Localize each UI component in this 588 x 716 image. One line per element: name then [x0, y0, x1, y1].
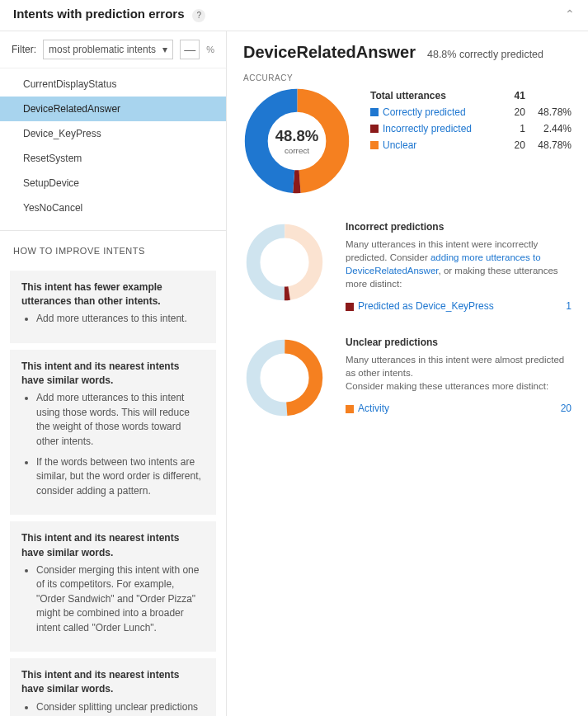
legend-label[interactable]: Incorrectly predicted [383, 123, 472, 134]
prediction-label[interactable]: Predicted as Device_KeyPress [358, 300, 549, 312]
intent-subtitle: 48.8% correctly predicted [427, 49, 543, 60]
panel-header: Intents with prediction errors ? ⌃ [0, 0, 588, 31]
legend-swatch [370, 125, 379, 133]
suggestion-card: This intent has fewer example utterances… [10, 271, 216, 343]
filter-dropdown-value: most problematic intents [49, 44, 156, 55]
legend-pct: 2.44% [525, 120, 572, 137]
chevron-down-icon: ▾ [162, 44, 167, 55]
incorrect-title: Incorrect predictions [346, 221, 572, 233]
accuracy-donut: 48.8% correct [243, 87, 350, 195]
suggestion-card: This intent and its nearest intents have… [10, 658, 216, 716]
collapse-icon[interactable]: ⌃ [565, 7, 575, 21]
prediction-row: Predicted as Device_KeyPress1 [346, 299, 572, 313]
prediction-row: Activity20 [346, 401, 572, 416]
svg-text:48.8%: 48.8% [275, 127, 319, 144]
total-utterances-value: 41 [510, 87, 525, 104]
legend-swatch [346, 303, 354, 311]
filter-row: Filter: most problematic intents ▾ — % [0, 31, 226, 68]
intent-item[interactable]: YesNoCancel [0, 195, 226, 220]
intent-item[interactable]: DeviceRelatedAnswer [0, 97, 226, 121]
legend-row: Incorrectly predicted12.44% [370, 120, 572, 137]
legend-label[interactable]: Unclear [383, 139, 416, 151]
intent-title: DeviceRelatedAnswer [243, 43, 416, 62]
card-bullet: Add more utterances to this intent using… [36, 391, 205, 449]
total-utterances-label: Total utterances [370, 87, 510, 104]
legend-pct: 48.78% [525, 104, 572, 120]
legend-pct: 48.78% [525, 137, 572, 153]
incorrect-text: Many utterances in this intent were inco… [346, 238, 572, 290]
sidebar: Filter: most problematic intents ▾ — % C… [0, 31, 227, 717]
filter-dropdown[interactable]: most problematic intents ▾ [43, 40, 173, 59]
suggestion-card: This intent and its nearest intents have… [10, 350, 216, 516]
legend-row: Unclear2048.78% [370, 137, 572, 153]
card-heading: This intent and its nearest intents have… [21, 531, 205, 560]
incorrect-donut [243, 221, 326, 304]
accuracy-legend: Total utterances 41 Correctly predicted2… [370, 87, 572, 153]
intent-item[interactable]: CurrentDisplayStatus [0, 72, 226, 97]
filter-pct-label: % [206, 45, 214, 54]
filter-label: Filter: [12, 44, 36, 55]
intent-list: CurrentDisplayStatusDeviceRelatedAnswerD… [0, 68, 226, 230]
unclear-text: Many utterances in this intent were almo… [346, 353, 572, 393]
intent-item[interactable]: Device_KeyPress [0, 121, 226, 146]
card-bullet: Consider splitting unclear predictions i… [36, 700, 205, 716]
prediction-label[interactable]: Activity [358, 403, 544, 414]
prediction-count[interactable]: 20 [544, 403, 572, 414]
detail-pane: DeviceRelatedAnswer 48.8% correctly pred… [227, 31, 588, 717]
card-heading: This intent and its nearest intents have… [21, 360, 205, 389]
card-heading: This intent has fewer example utterances… [21, 280, 205, 309]
suggestion-cards: This intent has fewer example utterances… [0, 271, 226, 717]
card-bullet: Consider merging this intent with one of… [36, 563, 205, 635]
unclear-title: Unclear predictions [346, 337, 572, 348]
intent-item[interactable]: ResetSystem [0, 146, 226, 171]
help-icon[interactable]: ? [192, 9, 205, 22]
legend-swatch [346, 405, 354, 413]
legend-swatch [370, 108, 379, 116]
card-bullet: If the words between two intents are sim… [36, 455, 205, 498]
intent-item[interactable]: SetupDevice [0, 171, 226, 195]
accuracy-label: ACCURACY [243, 73, 572, 82]
legend-count: 1 [510, 120, 525, 137]
panel-title: Intents with prediction errors [13, 7, 185, 21]
how-to-improve-title: HOW TO IMPROVE INTENTS [0, 230, 226, 264]
suggestion-card: This intent and its nearest intents have… [10, 521, 216, 652]
svg-text:correct: correct [285, 146, 309, 155]
legend-count: 20 [510, 137, 525, 153]
legend-label[interactable]: Correctly predicted [383, 106, 466, 118]
unclear-donut [243, 337, 326, 419]
legend-swatch [370, 141, 379, 149]
card-heading: This intent and its nearest intents have… [21, 668, 205, 697]
card-bullet: Add more utterances to this intent. [36, 312, 205, 326]
legend-row: Correctly predicted2048.78% [370, 104, 572, 120]
filter-reset-button[interactable]: — [180, 40, 200, 59]
legend-count: 20 [510, 104, 525, 120]
prediction-count[interactable]: 1 [549, 300, 572, 312]
